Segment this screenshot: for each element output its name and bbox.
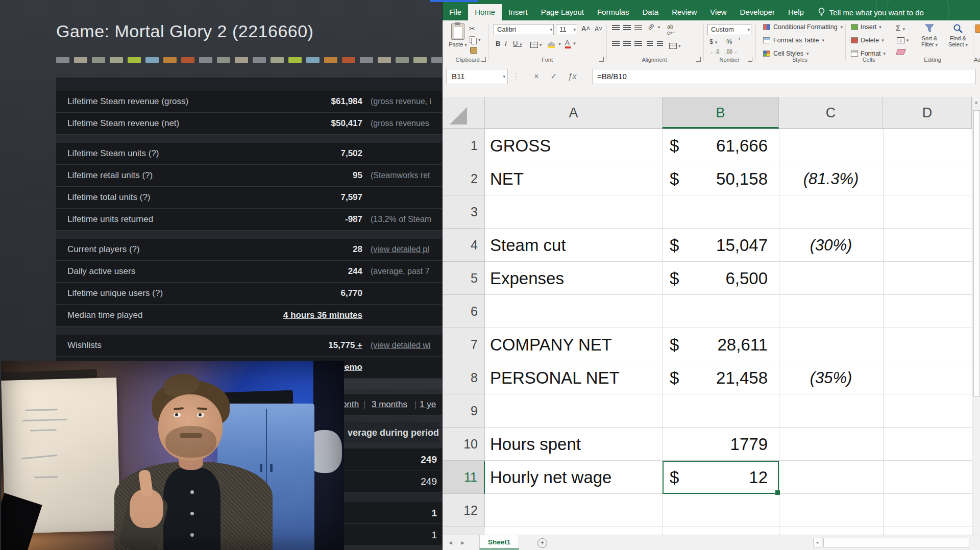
row-header-5[interactable]: 5	[443, 262, 485, 295]
column-header-c[interactable]: C	[779, 97, 883, 129]
addins-icon[interactable]	[975, 24, 980, 33]
column-header-d[interactable]: D	[883, 97, 972, 129]
cell-a1[interactable]: GROSS	[490, 129, 551, 162]
align-middle-icon[interactable]	[623, 25, 631, 32]
cell-c2[interactable]: (81.3%)	[779, 162, 883, 195]
row-header-9[interactable]: 9	[443, 394, 485, 428]
autosum-icon[interactable]: Σ ▾	[896, 23, 905, 32]
format-painter-icon[interactable]	[470, 47, 477, 54]
stat-value[interactable]: 4 hours 36 minutes	[56, 305, 362, 326]
cell-b4-value[interactable]: 15,047	[670, 229, 768, 262]
stat-note[interactable]: (view detailed wi	[371, 335, 430, 356]
insert-function-icon[interactable]: ƒx	[565, 69, 579, 84]
vertical-scroll-thumb[interactable]	[973, 110, 980, 397]
underline-icon[interactable]: U ▾	[513, 40, 522, 47]
stat-note[interactable]: (view detailed pl	[371, 239, 429, 260]
cancel-entry-icon[interactable]: ×	[529, 69, 544, 84]
align-top-icon[interactable]	[612, 25, 620, 32]
row-header-11[interactable]: 11	[443, 461, 485, 494]
font-color-icon[interactable]: A ▾	[565, 39, 576, 46]
font-dialog-launcher[interactable]	[599, 57, 604, 62]
cell-a5[interactable]: Expenses	[490, 262, 564, 295]
scroll-up-icon[interactable]: ▴	[972, 99, 980, 105]
orientation-dropdown[interactable]: ▾	[658, 25, 660, 30]
vertical-scrollbar[interactable]: ▴	[972, 97, 980, 535]
ribbon-tab-help[interactable]: Help	[781, 4, 811, 20]
borders-icon[interactable]: ▾	[530, 41, 542, 48]
ribbon-tab-file[interactable]: File	[443, 4, 468, 20]
merge-center-icon[interactable]: ▾	[669, 42, 681, 49]
ribbon-tab-page-layout[interactable]: Page Layout	[534, 4, 591, 20]
ribbon-tab-home[interactable]: Home	[468, 4, 502, 20]
cell-b7-value[interactable]: 28,611	[670, 328, 768, 361]
accounting-format-icon[interactable]: $ ▾	[709, 38, 717, 45]
font-name-combo[interactable]: Calibri▾	[494, 24, 554, 35]
clear-icon[interactable]	[896, 49, 906, 55]
cell-a4[interactable]: Steam cut	[490, 229, 566, 262]
fill-color-icon[interactable]: ▾	[548, 40, 561, 47]
cell-b2-value[interactable]: 50,158	[670, 162, 768, 195]
decrease-indent-icon[interactable]	[647, 41, 653, 48]
cell-a11[interactable]: Hourly net wage	[490, 461, 611, 494]
grow-font-icon[interactable]: A˄	[581, 24, 591, 33]
format-cells-button[interactable]: Format▾	[851, 50, 886, 57]
ribbon-tab-developer[interactable]: Developer	[733, 4, 781, 20]
delete-cells-button[interactable]: Delete▾	[851, 37, 884, 44]
select-all-corner[interactable]	[443, 97, 485, 129]
ribbon-tab-insert[interactable]: Insert	[502, 4, 534, 20]
ribbon-tab-formulas[interactable]: Formulas	[591, 4, 636, 20]
horizontal-scroll-thumb[interactable]	[823, 538, 969, 547]
row-header-1[interactable]: 1	[443, 129, 485, 162]
copy-icon[interactable]: ▾	[470, 36, 481, 43]
row-header-3[interactable]: 3	[443, 195, 485, 229]
orientation-icon[interactable]: ab	[647, 22, 655, 31]
conditional-formatting-button[interactable]: Conditional Formatting▾	[763, 23, 843, 31]
align-bottom-icon[interactable]	[634, 25, 642, 32]
confirm-entry-icon[interactable]: ✓	[547, 69, 561, 84]
row-header-10[interactable]: 10	[443, 428, 485, 461]
cut-icon[interactable]: ✂	[469, 24, 475, 33]
wrap-text-icon[interactable]: abc↩	[667, 23, 675, 36]
name-box-dropdown-icon[interactable]: ▾	[503, 69, 505, 84]
row-header-12[interactable]: 12	[443, 494, 485, 527]
period-link[interactable]: onth	[342, 394, 359, 415]
ribbon-tab-data[interactable]: Data	[635, 4, 665, 20]
decrease-decimal-icon[interactable]: .00→	[725, 49, 738, 55]
align-center-icon[interactable]	[623, 41, 631, 48]
ribbon-tab-view[interactable]: View	[703, 4, 733, 20]
cell-b1-value[interactable]: 61,666	[670, 129, 768, 162]
cell-a7[interactable]: COMPANY NET	[490, 328, 612, 361]
sheet-grid[interactable]: GROSS$61,666NET$50,158(81.3%)Steam cut$1…	[485, 129, 972, 535]
cell-a8[interactable]: PERSONAL NET	[490, 361, 620, 394]
number-dialog-launcher[interactable]	[748, 57, 752, 62]
find-select-button[interactable]: Find &Select ▾	[945, 23, 971, 48]
cell-c8[interactable]: (35%)	[779, 361, 883, 394]
row-header-7[interactable]: 7	[443, 328, 485, 361]
bold-icon[interactable]: B	[496, 40, 500, 47]
row-header-4[interactable]: 4	[443, 229, 485, 262]
align-left-icon[interactable]	[612, 41, 620, 48]
fill-handle[interactable]	[775, 490, 780, 495]
cell-c4[interactable]: (30%)	[779, 229, 883, 262]
period-link[interactable]: 3 months	[372, 394, 407, 415]
format-as-table-button[interactable]: Format as Table▾	[763, 37, 824, 44]
period-link[interactable]: 1 ye	[420, 394, 436, 415]
comma-style-icon[interactable]: ’	[739, 37, 740, 44]
clipboard-dialog-launcher[interactable]	[481, 57, 486, 62]
percent-style-icon[interactable]: %	[726, 38, 732, 45]
fill-icon[interactable]: ↓ ▾	[897, 36, 909, 43]
cell-b10-value[interactable]: 1779	[670, 428, 768, 461]
align-right-icon[interactable]	[634, 41, 642, 48]
sheet-nav-right-icon[interactable]: ▸	[461, 535, 464, 550]
sheet-nav-left-icon[interactable]: ◂	[449, 535, 452, 550]
cell-a10[interactable]: Hours spent	[490, 428, 581, 461]
name-box[interactable]: B11▾	[446, 69, 508, 84]
column-header-b[interactable]: B	[663, 97, 779, 129]
sheet-tab-sheet1[interactable]: Sheet1	[479, 535, 519, 549]
column-header-a[interactable]: A	[485, 97, 663, 129]
number-format-combo[interactable]: Custom▾	[707, 24, 751, 35]
increase-decimal-icon[interactable]: ←.0	[710, 49, 719, 55]
hscroll-left-icon[interactable]: ◂	[813, 538, 821, 547]
paste-button[interactable]: Paste ▾	[448, 23, 468, 47]
cell-b8-value[interactable]: 21,458	[670, 361, 768, 394]
